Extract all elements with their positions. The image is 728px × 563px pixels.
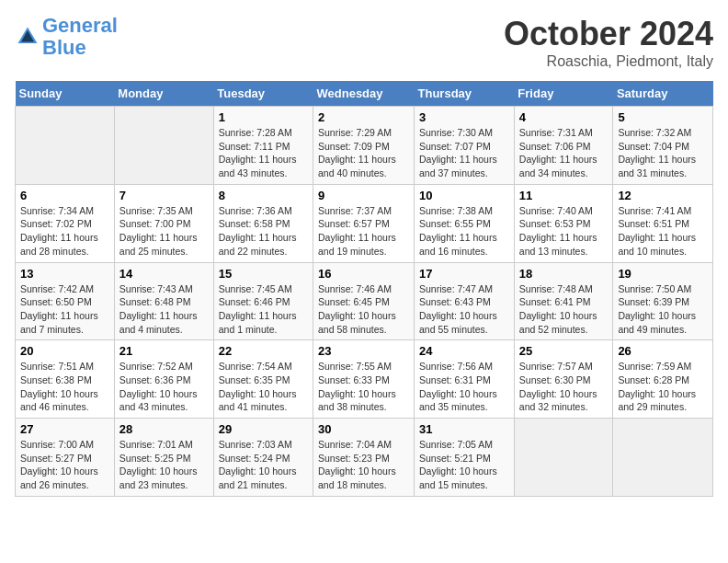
day-number: 1 — [219, 110, 308, 124]
calendar-cell: 27Sunrise: 7:00 AM Sunset: 5:27 PM Dayli… — [16, 419, 115, 497]
day-info: Sunrise: 7:42 AM Sunset: 6:50 PM Dayligh… — [20, 282, 109, 337]
calendar-body: 1Sunrise: 7:28 AM Sunset: 7:11 PM Daylig… — [16, 107, 713, 497]
day-number: 8 — [219, 189, 308, 202]
calendar-cell: 29Sunrise: 7:03 AM Sunset: 5:24 PM Dayli… — [213, 419, 313, 497]
page-header: General Blue October 2024 Roaschia, Pied… — [15, 15, 713, 70]
day-info: Sunrise: 7:43 AM Sunset: 6:48 PM Dayligh… — [119, 282, 209, 337]
day-number: 16 — [318, 267, 409, 281]
title-block: October 2024 Roaschia, Piedmont, Italy — [504, 15, 713, 70]
day-info: Sunrise: 7:32 AM Sunset: 7:04 PM Dayligh… — [618, 126, 708, 180]
day-info: Sunrise: 7:56 AM Sunset: 6:31 PM Dayligh… — [419, 360, 509, 414]
day-info: Sunrise: 7:04 AM Sunset: 5:23 PM Dayligh… — [318, 438, 409, 492]
calendar-cell: 9Sunrise: 7:37 AM Sunset: 6:57 PM Daylig… — [313, 184, 415, 262]
day-info: Sunrise: 7:47 AM Sunset: 6:43 PM Dayligh… — [419, 282, 509, 337]
day-info: Sunrise: 7:35 AM Sunset: 7:00 PM Dayligh… — [119, 204, 209, 259]
header-tuesday: Tuesday — [213, 81, 313, 107]
day-number: 11 — [519, 189, 609, 202]
day-info: Sunrise: 7:52 AM Sunset: 6:36 PM Dayligh… — [119, 360, 209, 414]
day-number: 20 — [20, 344, 109, 358]
logo: General Blue — [15, 15, 118, 59]
day-number: 17 — [419, 267, 509, 281]
calendar-cell: 22Sunrise: 7:54 AM Sunset: 6:35 PM Dayli… — [213, 340, 313, 419]
logo-text: General Blue — [42, 15, 118, 59]
day-number: 29 — [219, 422, 308, 436]
calendar-cell: 18Sunrise: 7:48 AM Sunset: 6:41 PM Dayli… — [514, 262, 613, 340]
day-info: Sunrise: 7:36 AM Sunset: 6:58 PM Dayligh… — [219, 204, 308, 259]
calendar-cell: 10Sunrise: 7:38 AM Sunset: 6:55 PM Dayli… — [415, 184, 515, 262]
header-wednesday: Wednesday — [313, 81, 415, 107]
day-info: Sunrise: 7:40 AM Sunset: 6:53 PM Dayligh… — [519, 204, 609, 259]
calendar-cell: 14Sunrise: 7:43 AM Sunset: 6:48 PM Dayli… — [114, 262, 213, 340]
header-sunday: Sunday — [16, 81, 115, 107]
day-number: 30 — [318, 422, 409, 436]
day-number: 19 — [618, 267, 708, 281]
day-number: 18 — [519, 267, 609, 281]
calendar-cell — [16, 107, 115, 185]
calendar-cell: 24Sunrise: 7:56 AM Sunset: 6:31 PM Dayli… — [415, 340, 515, 419]
calendar-table: SundayMondayTuesdayWednesdayThursdayFrid… — [15, 81, 713, 497]
calendar-cell: 11Sunrise: 7:40 AM Sunset: 6:53 PM Dayli… — [514, 184, 613, 262]
calendar-cell: 16Sunrise: 7:46 AM Sunset: 6:45 PM Dayli… — [313, 262, 415, 340]
day-info: Sunrise: 7:41 AM Sunset: 6:51 PM Dayligh… — [618, 204, 708, 259]
day-info: Sunrise: 7:45 AM Sunset: 6:46 PM Dayligh… — [219, 282, 308, 337]
calendar-cell: 23Sunrise: 7:55 AM Sunset: 6:33 PM Dayli… — [313, 340, 415, 419]
day-number: 10 — [419, 189, 509, 202]
calendar-cell: 26Sunrise: 7:59 AM Sunset: 6:28 PM Dayli… — [613, 340, 713, 419]
day-number: 5 — [618, 110, 708, 124]
day-info: Sunrise: 7:34 AM Sunset: 7:02 PM Dayligh… — [20, 204, 109, 259]
day-number: 7 — [119, 189, 209, 202]
calendar-cell: 8Sunrise: 7:36 AM Sunset: 6:58 PM Daylig… — [213, 184, 313, 262]
day-number: 23 — [318, 344, 409, 358]
calendar-cell: 30Sunrise: 7:04 AM Sunset: 5:23 PM Dayli… — [313, 419, 415, 497]
calendar-cell — [613, 419, 713, 497]
calendar-cell: 3Sunrise: 7:30 AM Sunset: 7:07 PM Daylig… — [415, 107, 515, 185]
day-number: 27 — [20, 422, 109, 436]
day-number: 4 — [519, 110, 609, 124]
day-info: Sunrise: 7:51 AM Sunset: 6:38 PM Dayligh… — [20, 360, 109, 414]
calendar-cell: 4Sunrise: 7:31 AM Sunset: 7:06 PM Daylig… — [514, 107, 613, 185]
day-number: 15 — [219, 267, 308, 281]
location-subtitle: Roaschia, Piedmont, Italy — [504, 53, 713, 70]
day-info: Sunrise: 7:03 AM Sunset: 5:24 PM Dayligh… — [219, 438, 308, 492]
day-info: Sunrise: 7:31 AM Sunset: 7:06 PM Dayligh… — [519, 126, 609, 180]
day-info: Sunrise: 7:59 AM Sunset: 6:28 PM Dayligh… — [618, 360, 708, 414]
day-number: 14 — [119, 267, 209, 281]
day-number: 28 — [119, 422, 209, 436]
calendar-cell: 28Sunrise: 7:01 AM Sunset: 5:25 PM Dayli… — [114, 419, 213, 497]
calendar-header: SundayMondayTuesdayWednesdayThursdayFrid… — [16, 81, 713, 107]
week-row-1: 6Sunrise: 7:34 AM Sunset: 7:02 PM Daylig… — [16, 184, 713, 262]
calendar-cell: 5Sunrise: 7:32 AM Sunset: 7:04 PM Daylig… — [613, 107, 713, 185]
calendar-cell: 2Sunrise: 7:29 AM Sunset: 7:09 PM Daylig… — [313, 107, 415, 185]
calendar-cell — [514, 419, 613, 497]
logo-icon — [15, 24, 40, 50]
calendar-cell: 15Sunrise: 7:45 AM Sunset: 6:46 PM Dayli… — [213, 262, 313, 340]
calendar-cell: 7Sunrise: 7:35 AM Sunset: 7:00 PM Daylig… — [114, 184, 213, 262]
calendar-cell — [114, 107, 213, 185]
calendar-cell: 21Sunrise: 7:52 AM Sunset: 6:36 PM Dayli… — [114, 340, 213, 419]
day-number: 24 — [419, 344, 509, 358]
calendar-cell: 6Sunrise: 7:34 AM Sunset: 7:02 PM Daylig… — [16, 184, 115, 262]
day-number: 22 — [219, 344, 308, 358]
day-number: 13 — [20, 267, 109, 281]
header-saturday: Saturday — [613, 81, 713, 107]
day-number: 31 — [419, 422, 509, 436]
calendar-cell: 13Sunrise: 7:42 AM Sunset: 6:50 PM Dayli… — [16, 262, 115, 340]
day-info: Sunrise: 7:54 AM Sunset: 6:35 PM Dayligh… — [219, 360, 308, 414]
header-monday: Monday — [114, 81, 213, 107]
day-number: 26 — [618, 344, 708, 358]
day-number: 3 — [419, 110, 509, 124]
day-info: Sunrise: 7:46 AM Sunset: 6:45 PM Dayligh… — [318, 282, 409, 337]
week-row-4: 27Sunrise: 7:00 AM Sunset: 5:27 PM Dayli… — [16, 419, 713, 497]
week-row-3: 20Sunrise: 7:51 AM Sunset: 6:38 PM Dayli… — [16, 340, 713, 419]
header-row: SundayMondayTuesdayWednesdayThursdayFrid… — [16, 81, 713, 107]
day-number: 9 — [318, 189, 409, 202]
day-info: Sunrise: 7:01 AM Sunset: 5:25 PM Dayligh… — [119, 438, 209, 492]
day-info: Sunrise: 7:48 AM Sunset: 6:41 PM Dayligh… — [519, 282, 609, 337]
calendar-cell: 31Sunrise: 7:05 AM Sunset: 5:21 PM Dayli… — [415, 419, 515, 497]
calendar-cell: 1Sunrise: 7:28 AM Sunset: 7:11 PM Daylig… — [213, 107, 313, 185]
day-info: Sunrise: 7:28 AM Sunset: 7:11 PM Dayligh… — [219, 126, 308, 180]
day-number: 12 — [618, 189, 708, 202]
month-title: October 2024 — [504, 15, 713, 53]
calendar-cell: 25Sunrise: 7:57 AM Sunset: 6:30 PM Dayli… — [514, 340, 613, 419]
week-row-2: 13Sunrise: 7:42 AM Sunset: 6:50 PM Dayli… — [16, 262, 713, 340]
